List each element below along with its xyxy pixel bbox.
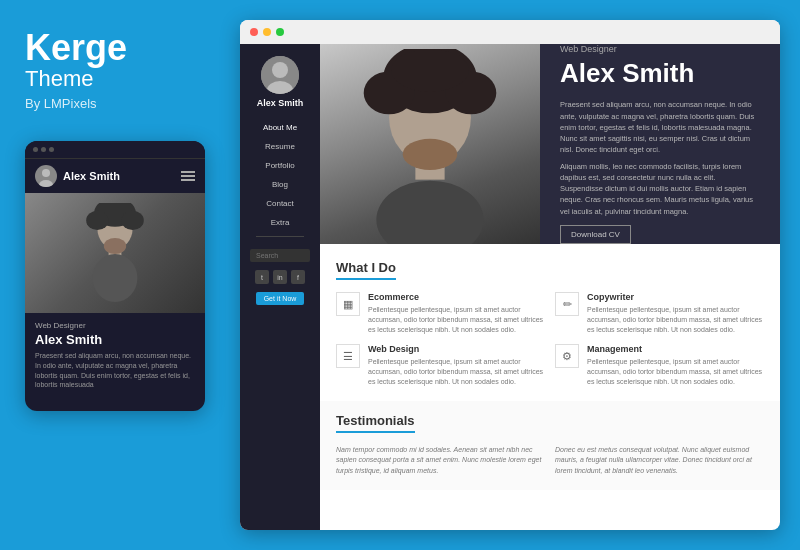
service-webdesign-title: Web Design bbox=[368, 344, 545, 354]
desktop-body: Alex Smith About Me Resume Portfolio Blo… bbox=[240, 44, 780, 530]
service-management-content: Management Pellentesque pellentesque, ip… bbox=[587, 344, 764, 386]
download-cv-button[interactable]: Download CV bbox=[560, 225, 631, 244]
brand-by: By LMPixels bbox=[25, 96, 215, 111]
nav-portfolio[interactable]: Portfolio bbox=[240, 156, 320, 175]
nav-blog[interactable]: Blog bbox=[240, 175, 320, 194]
hero-description: Praesent sed aliquam arcu, non accumsan … bbox=[560, 99, 760, 217]
service-ecommerce-title: Ecommerce bbox=[368, 292, 545, 302]
mobile-photo bbox=[25, 193, 205, 313]
titlebar-maximize[interactable] bbox=[276, 28, 284, 36]
services-grid: ▦ Ecommerce Pellentesque pellentesque, i… bbox=[336, 292, 764, 387]
service-webdesign-desc: Pellentesque pellentesque, ipsum sit ame… bbox=[368, 357, 545, 386]
hero-role: Web Designer bbox=[560, 44, 760, 54]
hero-desc-p2: Aliquam mollis, leo nec commodo facilisi… bbox=[560, 161, 760, 217]
hero-name: Alex Smith bbox=[560, 58, 760, 89]
testimonial-1: Nam tempor commodo mi id sodales. Aenean… bbox=[336, 445, 545, 477]
mobile-person-name: Alex Smith bbox=[63, 170, 120, 182]
testimonials-title: Testimonials bbox=[336, 413, 415, 433]
nav-contact[interactable]: Contact bbox=[240, 194, 320, 213]
mobile-titlebar bbox=[25, 141, 205, 158]
svg-point-5 bbox=[121, 211, 143, 230]
brand-title: Kerge bbox=[25, 30, 215, 66]
mobile-avatar bbox=[35, 165, 57, 187]
svg-point-16 bbox=[391, 49, 469, 92]
svg-point-4 bbox=[86, 211, 108, 230]
svg-point-0 bbox=[42, 169, 50, 177]
mobile-name-large: Alex Smith bbox=[35, 332, 195, 347]
service-ecommerce-desc: Pellentesque pellentesque, ipsum sit ame… bbox=[368, 305, 545, 334]
hamburger-line-1 bbox=[181, 171, 195, 173]
brand-subtitle: Theme bbox=[25, 66, 215, 92]
hamburger-menu[interactable] bbox=[181, 171, 195, 181]
hero-photo bbox=[320, 44, 540, 244]
desktop-sidebar: Alex Smith About Me Resume Portfolio Blo… bbox=[240, 44, 320, 530]
mobile-dots bbox=[33, 147, 54, 152]
sidebar-avatar bbox=[261, 56, 299, 94]
svg-point-10 bbox=[272, 62, 288, 78]
nav-extra[interactable]: Extra bbox=[240, 213, 320, 232]
mobile-mockup: Alex Smith bbox=[25, 141, 205, 411]
svg-point-18 bbox=[376, 181, 483, 244]
hamburger-line-2 bbox=[181, 175, 195, 177]
mobile-bottom-info: Web Designer Alex Smith Praesent sed ali… bbox=[25, 313, 205, 398]
hero-info: Web Designer Alex Smith Praesent sed ali… bbox=[540, 44, 780, 244]
service-copywriter-content: Copywriter Pellentesque pellentesque, ip… bbox=[587, 292, 764, 334]
service-management-desc: Pellentesque pellentesque, ipsum sit ame… bbox=[587, 357, 764, 386]
mobile-dot-3 bbox=[49, 147, 54, 152]
management-icon: ⚙ bbox=[555, 344, 579, 368]
social-links: t in f bbox=[255, 270, 305, 284]
hero-desc-p1: Praesent sed aliquam arcu, non accumsan … bbox=[560, 99, 760, 155]
service-copywriter-desc: Pellentesque pellentesque, ipsum sit ame… bbox=[587, 305, 764, 334]
testimonial-2: Donec eu est metus consequat volutpat. N… bbox=[555, 445, 764, 477]
copywriter-icon: ✏ bbox=[555, 292, 579, 316]
desktop-titlebar bbox=[240, 20, 780, 44]
what-i-do-section: What I Do ▦ Ecommerce Pellentesque pelle… bbox=[320, 244, 780, 401]
mobile-dot-2 bbox=[41, 147, 46, 152]
svg-point-19 bbox=[403, 139, 458, 170]
service-copywriter-title: Copywriter bbox=[587, 292, 764, 302]
testimonials-section: Testimonials Nam tempor commodo mi id so… bbox=[320, 401, 780, 491]
what-i-do-title: What I Do bbox=[336, 260, 396, 280]
service-ecommerce-content: Ecommerce Pellentesque pellentesque, ips… bbox=[368, 292, 545, 334]
hero-section: Web Designer Alex Smith Praesent sed ali… bbox=[320, 44, 780, 244]
get-it-now-button[interactable]: Get it Now bbox=[256, 292, 305, 305]
mobile-role: Web Designer bbox=[35, 321, 195, 330]
service-webdesign: ☰ Web Design Pellentesque pellentesque, … bbox=[336, 344, 545, 386]
mobile-desc: Praesent sed aliquam arcu, non accumsan … bbox=[35, 351, 195, 390]
mobile-header: Alex Smith bbox=[25, 158, 205, 193]
titlebar-close[interactable] bbox=[250, 28, 258, 36]
facebook-icon[interactable]: f bbox=[291, 270, 305, 284]
svg-point-1 bbox=[39, 180, 53, 187]
twitter-icon[interactable]: t bbox=[255, 270, 269, 284]
service-ecommerce: ▦ Ecommerce Pellentesque pellentesque, i… bbox=[336, 292, 545, 334]
svg-point-8 bbox=[104, 238, 126, 254]
mobile-dot-1 bbox=[33, 147, 38, 152]
ecommerce-icon: ▦ bbox=[336, 292, 360, 316]
svg-point-7 bbox=[93, 254, 138, 302]
service-copywriter: ✏ Copywriter Pellentesque pellentesque, … bbox=[555, 292, 764, 334]
testimonials-grid: Nam tempor commodo mi id sodales. Aenean… bbox=[336, 445, 764, 477]
webdesign-icon: ☰ bbox=[336, 344, 360, 368]
left-panel: Kerge Theme By LMPixels Alex Smith bbox=[0, 0, 240, 550]
mobile-avatar-name: Alex Smith bbox=[35, 165, 120, 187]
desktop-main-content: Web Designer Alex Smith Praesent sed ali… bbox=[320, 44, 780, 530]
linkedin-icon[interactable]: in bbox=[273, 270, 287, 284]
search-input[interactable] bbox=[250, 249, 310, 262]
service-webdesign-content: Web Design Pellentesque pellentesque, ip… bbox=[368, 344, 545, 386]
nav-resume[interactable]: Resume bbox=[240, 137, 320, 156]
desktop-mockup: Alex Smith About Me Resume Portfolio Blo… bbox=[240, 20, 780, 530]
sidebar-name: Alex Smith bbox=[257, 98, 304, 108]
nav-about[interactable]: About Me bbox=[240, 118, 320, 137]
titlebar-minimize[interactable] bbox=[263, 28, 271, 36]
service-management-title: Management bbox=[587, 344, 764, 354]
nav-divider bbox=[256, 236, 304, 237]
hamburger-line-3 bbox=[181, 179, 195, 181]
service-management: ⚙ Management Pellentesque pellentesque, … bbox=[555, 344, 764, 386]
